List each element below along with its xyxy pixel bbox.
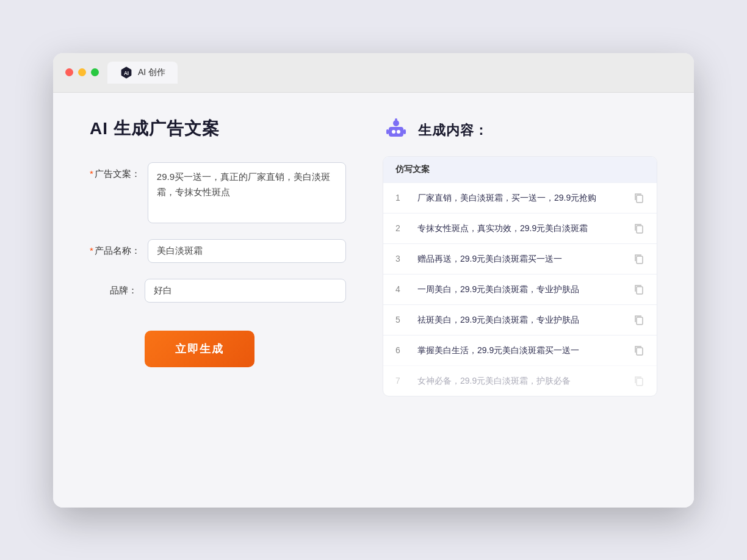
result-number: 7 [395, 376, 408, 386]
svg-rect-4 [403, 129, 406, 134]
copy-icon[interactable] [633, 284, 644, 295]
table-row: 3 赠品再送，29.9元美白淡斑霜买一送一 [383, 243, 657, 274]
ai-tab[interactable]: AI AI 创作 [107, 62, 178, 84]
svg-text:AI: AI [124, 70, 129, 76]
copy-icon[interactable] [633, 192, 644, 203]
svg-rect-11 [637, 256, 643, 264]
result-text: 掌握美白生活，29.9元美白淡斑霜买一送一 [417, 344, 624, 357]
ad-copy-label: *广告文案： [90, 162, 148, 180]
result-number: 3 [395, 254, 408, 264]
left-panel: AI 生成广告文案 *广告文案： *产品名称： 品牌： 立即生成 [90, 117, 370, 483]
copy-icon[interactable] [633, 345, 644, 356]
product-name-row: *产品名称： [90, 239, 346, 263]
browser-window: AI AI 创作 AI 生成广告文案 *广告文案： *产品名称： [53, 53, 694, 508]
copy-icon[interactable] [633, 223, 644, 234]
copy-icon[interactable] [633, 375, 644, 386]
svg-rect-14 [637, 348, 643, 355]
svg-point-8 [395, 118, 397, 121]
brand-input[interactable] [145, 279, 346, 303]
ad-copy-input[interactable] [148, 162, 346, 223]
svg-rect-13 [637, 317, 643, 325]
svg-rect-10 [637, 226, 643, 233]
required-star-product: * [90, 245, 93, 256]
result-text: 厂家直销，美白淡斑霜，买一送一，29.9元抢购 [417, 192, 624, 204]
result-number: 5 [395, 315, 408, 325]
svg-rect-3 [386, 129, 389, 134]
result-text: 女神必备，29.9元美白淡斑霜，护肤必备 [417, 375, 624, 387]
required-star-ad: * [90, 168, 93, 179]
copy-icon[interactable] [633, 314, 644, 325]
svg-rect-2 [389, 127, 403, 137]
ad-copy-row: *广告文案： [90, 162, 346, 223]
svg-rect-15 [637, 378, 643, 386]
table-row: 7 女神必备，29.9元美白淡斑霜，护肤必备 [383, 365, 657, 396]
maximize-button[interactable] [91, 68, 99, 76]
svg-rect-9 [637, 195, 643, 203]
svg-rect-5 [392, 130, 395, 134]
result-text: 赠品再送，29.9元美白淡斑霜买一送一 [417, 253, 624, 265]
browser-content: AI 生成广告文案 *广告文案： *产品名称： 品牌： 立即生成 [53, 93, 694, 508]
minimize-button[interactable] [78, 68, 86, 76]
page-title: AI 生成广告文案 [90, 117, 346, 140]
ai-tab-icon: AI [120, 66, 133, 79]
result-number: 4 [395, 284, 408, 294]
product-name-input[interactable] [148, 239, 346, 263]
close-button[interactable] [65, 68, 73, 76]
result-text: 专抹女性斑点，真实功效，29.9元美白淡斑霜 [417, 222, 624, 235]
results-table: 仿写文案 1 厂家直销，美白淡斑霜，买一送一，29.9元抢购 2 专抹女性斑点，… [383, 156, 657, 397]
table-row: 5 祛斑美白，29.9元美白淡斑霜，专业护肤品 [383, 304, 657, 335]
result-number: 6 [395, 345, 408, 355]
svg-rect-6 [397, 130, 400, 134]
traffic-lights [65, 68, 99, 76]
results-title: 生成内容： [418, 121, 488, 140]
result-number: 2 [395, 223, 408, 233]
table-header: 仿写文案 [383, 157, 657, 182]
copy-icon[interactable] [633, 253, 644, 264]
result-text: 祛斑美白，29.9元美白淡斑霜，专业护肤品 [417, 314, 624, 326]
table-row: 2 专抹女性斑点，真实功效，29.9元美白淡斑霜 [383, 213, 657, 243]
svg-rect-12 [637, 287, 643, 294]
table-row: 1 厂家直销，美白淡斑霜，买一送一，29.9元抢购 [383, 182, 657, 213]
brand-label: 品牌： [90, 279, 145, 296]
robot-icon [383, 117, 410, 144]
brand-row: 品牌： [90, 279, 346, 303]
right-panel: 生成内容： 仿写文案 1 厂家直销，美白淡斑霜，买一送一，29.9元抢购 2 专… [370, 117, 657, 483]
result-number: 1 [395, 193, 408, 203]
table-row: 4 一周美白，29.9元美白淡斑霜，专业护肤品 [383, 274, 657, 304]
browser-titlebar: AI AI 创作 [53, 53, 694, 93]
product-name-label: *产品名称： [90, 239, 148, 257]
tab-title: AI 创作 [138, 67, 165, 78]
generate-button[interactable]: 立即生成 [145, 331, 254, 367]
result-text: 一周美白，29.9元美白淡斑霜，专业护肤品 [417, 283, 624, 296]
table-row: 6 掌握美白生活，29.9元美白淡斑霜买一送一 [383, 335, 657, 365]
results-header: 生成内容： [383, 117, 657, 144]
